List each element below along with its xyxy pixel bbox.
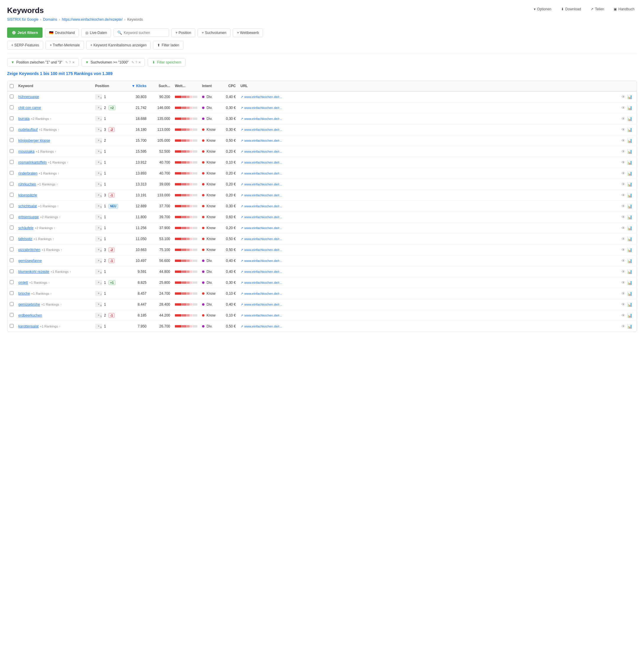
eye-icon[interactable]: 👁 <box>621 291 625 296</box>
row-checkbox[interactable] <box>10 127 14 131</box>
chart-icon[interactable]: 📊 <box>627 204 632 209</box>
breadcrumb-domains[interactable]: Domains <box>43 18 57 22</box>
optionen-button[interactable]: ▾ Optionen <box>531 6 554 13</box>
treffer-merkmale-button[interactable]: + Treffer-Merkmale <box>46 41 84 50</box>
col-cpc[interactable]: CPC <box>221 81 238 91</box>
row-checkbox[interactable] <box>10 215 14 218</box>
wettbewerb-button[interactable]: + Wettbewerb <box>233 28 263 37</box>
chart-icon[interactable]: 📊 <box>627 160 632 165</box>
row-checkbox[interactable] <box>10 291 14 295</box>
url-link[interactable]: ↗ www.einfachkochen.de/r... <box>240 248 617 252</box>
keyword-link[interactable]: gemüsebrühe <box>18 302 40 307</box>
breadcrumb-url[interactable]: https://www.einfachkochen.de/rezepte/ <box>62 18 122 22</box>
keyword-link[interactable]: tafelspitz <box>18 237 32 241</box>
url-link[interactable]: ↗ www.einfachkochen.de/r... <box>240 314 617 317</box>
chart-icon[interactable]: 📊 <box>627 280 632 285</box>
url-link[interactable]: ↗ www.einfachkochen.de/r... <box>240 204 617 208</box>
serp-features-button[interactable]: + SERP-Features <box>7 41 43 50</box>
chart-icon[interactable]: 📊 <box>627 171 632 176</box>
chart-icon[interactable]: 📊 <box>627 269 632 274</box>
keyword-link[interactable]: omlett <box>18 281 28 285</box>
edit-filter-icon[interactable]: ✎ <box>65 61 68 64</box>
keyword-link[interactable]: karottensalat <box>18 324 39 328</box>
chart-icon[interactable]: 📊 <box>627 116 632 121</box>
chart-icon[interactable]: 📊 <box>627 138 632 143</box>
eye-icon[interactable]: 👁 <box>621 269 625 274</box>
url-link[interactable]: ↗ www.einfachkochen.de/r... <box>240 215 617 219</box>
keyword-link[interactable]: gemüsepfanne <box>18 259 42 263</box>
row-checkbox[interactable] <box>10 313 14 317</box>
chart-icon[interactable]: 📊 <box>627 193 632 197</box>
chart-icon[interactable]: 📊 <box>627 105 632 110</box>
url-link[interactable]: ↗ www.einfachkochen.de/r... <box>240 281 617 285</box>
remove-filter-icon-2[interactable]: ✕ <box>138 61 141 64</box>
row-checkbox[interactable] <box>10 149 14 153</box>
help-filter-icon-2[interactable]: ? <box>135 61 137 64</box>
url-link[interactable]: ↗ www.einfachkochen.de/r... <box>240 117 617 121</box>
keyword-link[interactable]: brioche <box>18 291 30 296</box>
chart-icon[interactable]: 📊 <box>627 237 632 241</box>
chart-icon[interactable]: 📊 <box>627 302 632 307</box>
help-filter-icon[interactable]: ? <box>69 61 71 64</box>
row-checkbox[interactable] <box>10 160 14 164</box>
eye-icon[interactable]: 👁 <box>621 149 625 154</box>
keyword-link[interactable]: chili con carne <box>18 106 41 110</box>
filter-button[interactable]: ⊕ Jetzt filtern <box>7 27 43 38</box>
keyword-link[interactable]: käsespätzle <box>18 193 37 197</box>
eye-icon[interactable]: 👁 <box>621 324 625 329</box>
url-link[interactable]: ↗ www.einfachkochen.de/r... <box>240 183 617 186</box>
eye-icon[interactable]: 👁 <box>621 193 625 197</box>
chart-icon[interactable]: 📊 <box>627 258 632 263</box>
breadcrumb-sistrix[interactable]: SISTRIX für Google <box>7 18 39 22</box>
eye-icon[interactable]: 👁 <box>621 138 625 143</box>
row-checkbox[interactable] <box>10 248 14 251</box>
chart-icon[interactable]: 📊 <box>627 291 632 296</box>
keyword-link[interactable]: königsberger klopse <box>18 139 50 143</box>
row-checkbox[interactable] <box>10 269 14 273</box>
chart-icon[interactable]: 📊 <box>627 215 632 219</box>
eye-icon[interactable]: 👁 <box>621 313 625 318</box>
row-checkbox[interactable] <box>10 302 14 306</box>
eye-icon[interactable]: 👁 <box>621 94 625 99</box>
eye-icon[interactable]: 👁 <box>621 237 625 241</box>
keyword-link[interactable]: nudelauflauf <box>18 127 38 132</box>
chart-icon[interactable]: 📊 <box>627 313 632 318</box>
url-link[interactable]: ↗ www.einfachkochen.de/r... <box>240 171 617 175</box>
url-link[interactable]: ↗ www.einfachkochen.de/r... <box>240 270 617 274</box>
chart-icon[interactable]: 📊 <box>627 127 632 132</box>
url-link[interactable]: ↗ www.einfachkochen.de/r... <box>240 237 617 241</box>
remove-filter-icon[interactable]: ✕ <box>72 61 75 64</box>
row-checkbox[interactable] <box>10 138 14 142</box>
eye-icon[interactable]: 👁 <box>621 248 625 252</box>
keyword-link[interactable]: rosmarinkartoffeln <box>18 160 47 164</box>
keyword-link[interactable]: moussaka <box>18 149 34 154</box>
kannibalismus-button[interactable]: + Keyword Kannibalismus anzeigen <box>86 41 151 50</box>
eye-icon[interactable]: 👁 <box>621 280 625 285</box>
eye-icon[interactable]: 👁 <box>621 105 625 110</box>
row-checkbox[interactable] <box>10 226 14 230</box>
select-all-checkbox[interactable] <box>10 84 14 88</box>
teilen-button[interactable]: ↗ Teilen <box>588 6 606 13</box>
chart-icon[interactable]: 📊 <box>627 94 632 99</box>
chart-icon[interactable]: 📊 <box>627 248 632 252</box>
row-checkbox[interactable] <box>10 324 14 328</box>
row-checkbox[interactable] <box>10 237 14 240</box>
url-link[interactable]: ↗ www.einfachkochen.de/r... <box>240 292 617 296</box>
row-checkbox[interactable] <box>10 193 14 197</box>
col-intent[interactable]: Intent <box>200 81 221 91</box>
download-button[interactable]: ⬇ Download <box>559 6 583 13</box>
eye-icon[interactable]: 👁 <box>621 215 625 219</box>
url-link[interactable]: ↗ www.einfachkochen.de/r... <box>240 95 617 99</box>
url-link[interactable]: ↗ www.einfachkochen.de/r... <box>240 139 617 143</box>
keyword-link[interactable]: erdbeerkuchen <box>18 313 42 317</box>
edit-filter-icon-2[interactable]: ✎ <box>132 61 134 64</box>
col-clicks[interactable]: ▼ Klicks <box>125 81 149 91</box>
chart-icon[interactable]: 📊 <box>627 182 632 187</box>
row-checkbox[interactable] <box>10 105 14 109</box>
position-button[interactable]: + Position <box>171 28 195 37</box>
url-link[interactable]: ↗ www.einfachkochen.de/r... <box>240 106 617 110</box>
chart-icon[interactable]: 📊 <box>627 324 632 329</box>
live-daten-button[interactable]: ◎ Live-Daten <box>81 28 111 37</box>
suchvolumen-button[interactable]: + Suchvolumen <box>198 28 230 37</box>
chart-icon[interactable]: 📊 <box>627 226 632 230</box>
